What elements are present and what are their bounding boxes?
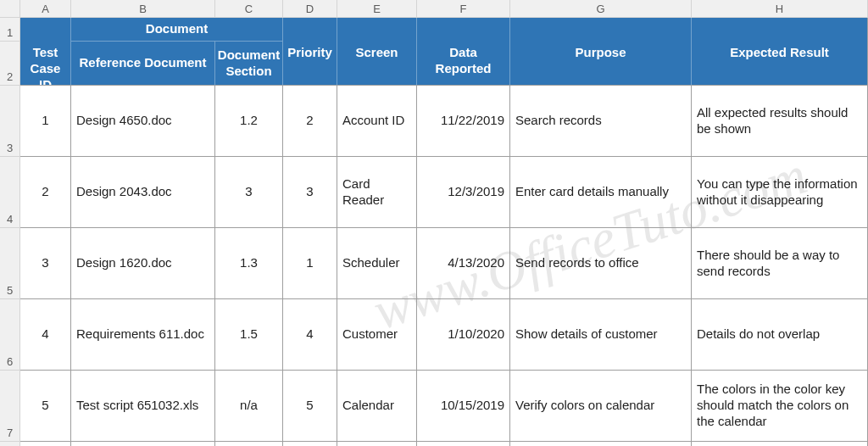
cell-C3[interactable]: 1.2 bbox=[215, 86, 283, 157]
row-header-3[interactable]: 3 bbox=[0, 86, 20, 157]
cell-B8[interactable] bbox=[71, 442, 215, 446]
header-priority-top[interactable] bbox=[283, 18, 337, 42]
cell-D5[interactable]: 1 bbox=[283, 228, 337, 299]
header-purpose[interactable]: Purpose bbox=[510, 42, 692, 86]
header-data-reported-top[interactable] bbox=[417, 18, 510, 42]
cell-H8[interactable]: The customer name should bbox=[692, 442, 868, 446]
cell-E4[interactable]: Card Reader bbox=[337, 157, 417, 228]
table-row: 4 2 Design 2043.doc 3 3 Card Reader 12/3… bbox=[0, 157, 868, 228]
header-screen-top[interactable] bbox=[337, 18, 417, 42]
cell-H4[interactable]: You can type the information without it … bbox=[692, 157, 868, 228]
row-header-1[interactable]: 1 bbox=[0, 18, 20, 42]
header-priority[interactable]: Priority bbox=[283, 42, 337, 86]
row-header-5[interactable]: 5 bbox=[0, 228, 20, 299]
cell-F5[interactable]: 4/13/2020 bbox=[417, 228, 510, 299]
cell-G7[interactable]: Verify colors on calendar bbox=[510, 371, 692, 442]
column-header-D[interactable]: D bbox=[283, 0, 337, 17]
header-test-case-id[interactable]: Test Case ID bbox=[20, 42, 71, 86]
cell-A8[interactable] bbox=[20, 442, 71, 446]
column-header-E[interactable]: E bbox=[337, 0, 417, 17]
header-expected-result[interactable]: Expected Result bbox=[692, 42, 868, 86]
cell-A6[interactable]: 4 bbox=[20, 299, 71, 371]
cell-G8[interactable] bbox=[510, 442, 692, 446]
header-row-2: 2 Test Case ID Reference Document Docume… bbox=[0, 42, 868, 86]
cell-C5[interactable]: 1.3 bbox=[215, 228, 283, 299]
column-header-C[interactable]: C bbox=[215, 0, 283, 17]
cell-D6[interactable]: 4 bbox=[283, 299, 337, 371]
column-header-B[interactable]: B bbox=[71, 0, 215, 17]
cell-A5[interactable]: 3 bbox=[20, 228, 71, 299]
cell-B5[interactable]: Design 1620.doc bbox=[71, 228, 215, 299]
table-row-partial: The customer name should bbox=[0, 442, 868, 446]
cell-A3[interactable]: 1 bbox=[20, 86, 71, 157]
row-header-8[interactable] bbox=[0, 442, 20, 446]
cell-D3[interactable]: 2 bbox=[283, 86, 337, 157]
table-row: 6 4 Requirements 611.doc 1.5 4 Customer … bbox=[0, 299, 868, 371]
cell-D8[interactable] bbox=[283, 442, 337, 446]
cell-A7[interactable]: 5 bbox=[20, 371, 71, 442]
cell-H7[interactable]: The colors in the color key should match… bbox=[692, 371, 868, 442]
cell-H3[interactable]: All expected results should be shown bbox=[692, 86, 868, 157]
column-headers: A B C D E F G H bbox=[0, 0, 868, 18]
cell-B3[interactable]: Design 4650.doc bbox=[71, 86, 215, 157]
table-row: 7 5 Test script 651032.xls n/a 5 Calenda… bbox=[0, 371, 868, 442]
cell-D7[interactable]: 5 bbox=[283, 371, 337, 442]
header-purpose-top[interactable] bbox=[510, 18, 692, 42]
cell-F6[interactable]: 1/10/2020 bbox=[417, 299, 510, 371]
column-header-H[interactable]: H bbox=[692, 0, 868, 17]
cell-B4[interactable]: Design 2043.doc bbox=[71, 157, 215, 228]
row-header-2[interactable]: 2 bbox=[0, 42, 20, 86]
cell-E7[interactable]: Calendar bbox=[337, 371, 417, 442]
cell-B7[interactable]: Test script 651032.xls bbox=[71, 371, 215, 442]
cell-E5[interactable]: Scheduler bbox=[337, 228, 417, 299]
select-all-corner[interactable] bbox=[0, 0, 20, 17]
cell-H6[interactable]: Details do not overlap bbox=[692, 299, 868, 371]
header-document-section[interactable]: Document Section bbox=[215, 42, 283, 86]
header-expected-result-top[interactable] bbox=[692, 18, 868, 42]
cell-A4[interactable]: 2 bbox=[20, 157, 71, 228]
cell-F3[interactable]: 11/22/2019 bbox=[417, 86, 510, 157]
row-header-4[interactable]: 4 bbox=[0, 157, 20, 228]
table-row: 5 3 Design 1620.doc 1.3 1 Scheduler 4/13… bbox=[0, 228, 868, 299]
row-header-7[interactable]: 7 bbox=[0, 371, 20, 442]
spreadsheet[interactable]: A B C D E F G H 1 Document 2 Test Case I… bbox=[0, 0, 868, 446]
cell-F8[interactable] bbox=[417, 442, 510, 446]
cell-E8[interactable] bbox=[337, 442, 417, 446]
cell-G6[interactable]: Show details of customer bbox=[510, 299, 692, 371]
cell-G4[interactable]: Enter card details manually bbox=[510, 157, 692, 228]
cell-G3[interactable]: Search records bbox=[510, 86, 692, 157]
header-row-1: 1 Document bbox=[0, 18, 868, 42]
header-document-group[interactable]: Document bbox=[71, 18, 283, 42]
header-data-reported[interactable]: Data Reported bbox=[417, 42, 510, 86]
header-screen[interactable]: Screen bbox=[337, 42, 417, 86]
cell-E6[interactable]: Customer bbox=[337, 299, 417, 371]
cell-D4[interactable]: 3 bbox=[283, 157, 337, 228]
column-header-G[interactable]: G bbox=[510, 0, 692, 17]
table-row: 3 1 Design 4650.doc 1.2 2 Account ID 11/… bbox=[0, 86, 868, 157]
column-header-F[interactable]: F bbox=[417, 0, 510, 17]
cell-H5[interactable]: There should be a way to send records bbox=[692, 228, 868, 299]
cell-C8[interactable] bbox=[215, 442, 283, 446]
header-reference-document[interactable]: Reference Document bbox=[71, 42, 215, 86]
cell-C4[interactable]: 3 bbox=[215, 157, 283, 228]
row-header-6[interactable]: 6 bbox=[0, 299, 20, 371]
cell-F4[interactable]: 12/3/2019 bbox=[417, 157, 510, 228]
cell-B6[interactable]: Requirements 611.doc bbox=[71, 299, 215, 371]
column-header-A[interactable]: A bbox=[20, 0, 71, 17]
cell-G5[interactable]: Send records to office bbox=[510, 228, 692, 299]
cell-C6[interactable]: 1.5 bbox=[215, 299, 283, 371]
cell-E3[interactable]: Account ID bbox=[337, 86, 417, 157]
header-test-case-id-top[interactable] bbox=[20, 18, 71, 42]
cell-F7[interactable]: 10/15/2019 bbox=[417, 371, 510, 442]
cell-C7[interactable]: n/a bbox=[215, 371, 283, 442]
